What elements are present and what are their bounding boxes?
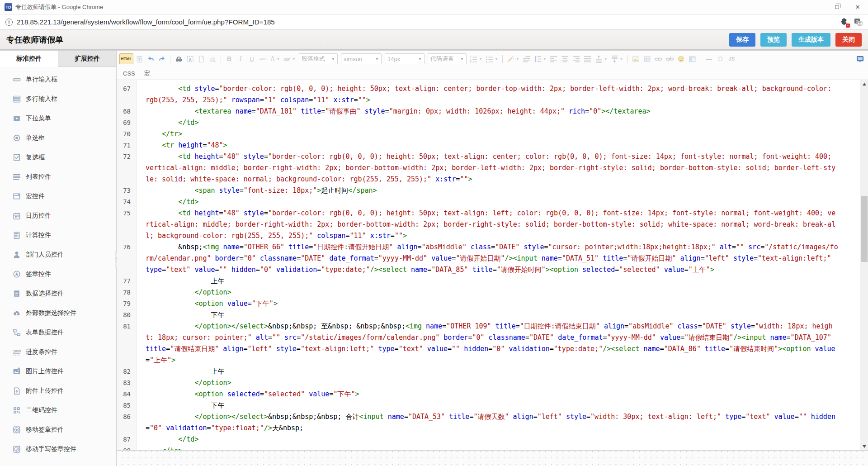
align-right-icon[interactable] [571,53,582,64]
strikethrough-button[interactable]: ABC [258,53,269,64]
sidebar-item-image-upload[interactable]: 图片上传控件 [0,361,116,381]
paragraph-spacing-top-icon[interactable]: ▼ [594,53,609,64]
scroll-down-arrow[interactable] [860,442,868,450]
chevron-down-icon: ▼ [375,57,379,61]
ordered-list-icon[interactable]: 123▼ [468,53,484,64]
code-language-select[interactable]: 代码语言▼ [428,53,467,64]
paragraph-format-select[interactable]: 段落格式▼ [299,53,338,64]
unordered-list-icon[interactable]: ▼ [484,53,500,64]
align-center-icon[interactable] [560,53,571,64]
sidebar-item-calculator-control[interactable]: 计算控件 [0,225,116,245]
html-source-button[interactable]: HTML [119,53,133,64]
unlink-icon[interactable] [665,53,675,64]
code-line: 68 <textarea name="DATA_101" title="请假事由… [117,106,860,117]
sidebar-item-qrcode[interactable]: 二维码控件 [0,400,116,420]
align-left-icon[interactable] [548,53,559,64]
close-window-button[interactable]: × [847,0,868,14]
sidebar-item-progress-bar[interactable]: 100%进度条控件 [0,342,116,361]
sidebar-item-mobile-seal[interactable]: 移动签章控件 [0,420,116,439]
sidebar-item-checkbox[interactable]: 复选框 [0,147,116,167]
tab-extended-controls[interactable]: 扩展控件 [58,51,116,67]
underline-button[interactable]: U [246,53,257,64]
save-button[interactable]: 保存 [729,33,755,47]
sidebar-item-attachment-upload[interactable]: 附件上传控件 [0,381,116,400]
line-number: 82 [117,366,137,377]
window-title: 专任教师请假单 - Google Chrome [15,3,103,11]
emoji-icon[interactable] [676,53,687,64]
vertical-scrollbar[interactable] [860,80,868,450]
paste-icon[interactable]: T [134,53,145,64]
auto-typeset-icon[interactable]: ▼ [505,53,521,64]
macro-button[interactable]: 宏 [141,68,154,79]
horizontal-rule-icon[interactable]: — [704,53,715,64]
undo-icon[interactable] [145,53,156,64]
eraser-icon[interactable] [207,53,218,64]
generate-version-button[interactable]: 生成版本 [792,33,830,47]
preview-button[interactable]: 预览 [760,33,787,47]
insert-image-icon[interactable] [631,53,642,64]
sidebar-item-list-control[interactable]: 列表控件 [0,167,116,186]
url-text[interactable]: 218.85.221.13/general/system/workflow/fl… [17,18,275,26]
url-bar[interactable]: i 218.85.221.13/general/system/workflow/… [0,14,868,30]
code-line-text: </td> [137,196,860,208]
sidebar-item-label: 移动签章控件 [26,426,64,434]
indent-icon[interactable] [521,53,532,64]
font-size-select[interactable]: 14px▼ [385,53,425,64]
line-number: 75 [117,208,137,242]
italic-button[interactable]: I [235,53,246,64]
code-line-text: </tr> [137,128,860,140]
sidebar-item-form-data[interactable]: 表单数据控件 [0,323,116,342]
sidebar-item-seal-control[interactable]: 签章控件 [0,264,116,284]
align-justify-icon[interactable] [582,53,593,64]
sidebar-item-radio[interactable]: 单选框 [0,128,116,147]
bold-button[interactable]: B [224,53,235,64]
sidebar-item-single-line-input[interactable]: 单行输入框 [0,70,116,89]
link-icon[interactable] [653,53,664,64]
scrollbar-thumb[interactable] [861,196,868,262]
font-family-select[interactable]: simsun▼ [341,53,382,64]
tab-standard-controls[interactable]: 标准控件 [0,51,58,67]
data-select-icon [13,290,21,297]
code-line: 75 <td height="48" style="border-color: … [117,208,860,242]
code-content[interactable]: 67 <td style="border-color: rgb(0, 0, 0)… [117,80,860,450]
minimize-button[interactable] [806,0,826,14]
line-height-icon[interactable]: ▼ [533,53,548,64]
sidebar-item-mobile-handwrite-seal[interactable]: 移动手写签章控件 [0,439,116,459]
redo-icon[interactable] [156,53,167,64]
select-all-icon[interactable]: a [184,53,195,64]
new-page-icon[interactable] [196,53,207,64]
code-line-text: </option></select>&nbsp;&nbsp; 至&nbsp; &… [137,321,860,366]
editor-toolbar-row2: CSS 宏 [117,67,868,80]
fullscreen-icon[interactable] [854,53,865,64]
special-char-icon[interactable]: Ω [715,53,726,64]
font-color-button[interactable]: A▼ [269,53,281,64]
sidebar-item-label: 计算控件 [26,231,51,239]
sidebar-item-calendar-control[interactable]: 日历控件 [0,206,116,225]
chevron-down-icon: ▼ [460,57,464,61]
page-info-icon[interactable]: i [5,19,13,26]
highlight-button[interactable]: ab▼ [282,53,297,64]
sidebar-item-department-person[interactable]: 部门人员控件 [0,245,116,264]
sidebar-item-macro-control[interactable]: 宏控件 [0,186,116,206]
close-form-button[interactable]: 关闭 [835,33,862,47]
line-number: 84 [117,389,137,400]
translate-icon[interactable]: G文 [854,18,863,26]
code-line: 84 <option selected="selected" value="下午… [117,389,860,400]
insert-js-icon[interactable]: JS [726,53,737,64]
insert-table-icon[interactable] [642,53,653,64]
css-button[interactable]: CSS [119,69,139,78]
find-replace-icon[interactable] [173,53,184,64]
scroll-up-arrow[interactable] [860,80,868,88]
sidebar-item-dropdown-menu[interactable]: 下拉菜单 [0,109,116,128]
maximize-button[interactable] [826,0,847,14]
svg-text:文: 文 [859,21,862,25]
sidebar-item-data-select[interactable]: 数据选择控件 [0,284,116,303]
line-number: 81 [117,321,137,366]
line-number: 71 [117,140,137,151]
sidebar-item-multi-line-input[interactable]: 多行输入框 [0,89,116,109]
paragraph-spacing-bottom-icon[interactable]: ▼ [609,53,625,64]
line-number: 69 [117,117,137,128]
sidebar-item-external-data-select[interactable]: 外部数据选择控件 [0,303,116,323]
layout-icon[interactable] [687,53,698,64]
extensions-icon[interactable]: × [840,18,849,26]
